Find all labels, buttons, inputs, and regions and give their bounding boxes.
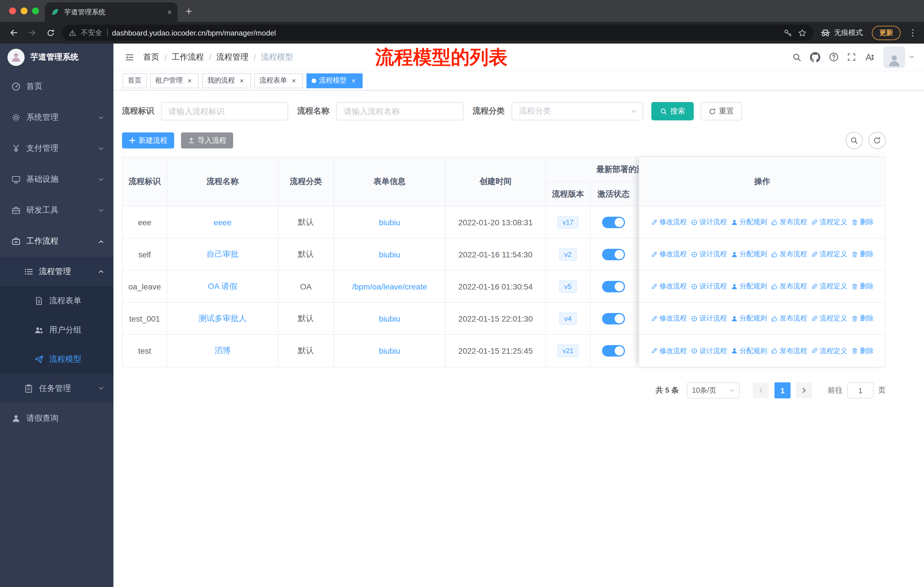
action-edit[interactable]: 修改流程: [651, 314, 687, 323]
form-link[interactable]: biubiu: [379, 314, 401, 323]
action-delete[interactable]: 删除: [851, 281, 874, 291]
help-icon[interactable]: [829, 52, 839, 62]
toggle-search-button[interactable]: [845, 132, 863, 149]
sidebar-item-infrastructure[interactable]: 基础设施: [0, 164, 114, 195]
action-design[interactable]: 设计流程: [691, 281, 727, 291]
tag-close-icon[interactable]: ×: [290, 76, 298, 84]
sidebar-item-home[interactable]: 首页: [0, 71, 114, 102]
forward-button[interactable]: [25, 26, 39, 40]
reload-button[interactable]: [43, 26, 57, 40]
tag-close-icon[interactable]: ×: [350, 76, 358, 84]
window-minimize-button[interactable]: [21, 7, 28, 14]
breadcrumb-item[interactable]: 首页: [143, 52, 159, 62]
user-menu[interactable]: [883, 46, 915, 68]
action-publish[interactable]: 发布流程: [771, 281, 807, 291]
fullscreen-icon[interactable]: [847, 53, 856, 61]
sidebar-item-leave-query[interactable]: 请假查询: [0, 403, 114, 434]
active-toggle[interactable]: [602, 345, 625, 357]
form-link[interactable]: biubiu: [379, 250, 401, 259]
breadcrumb-item[interactable]: 工作流程: [172, 52, 204, 62]
address-bar[interactable]: 不安全 dashboard.yudao.iocoder.cn/bpm/manag…: [62, 25, 813, 41]
sidebar-toggle-icon[interactable]: [122, 50, 136, 64]
refresh-table-button[interactable]: [868, 132, 886, 149]
action-publish[interactable]: 发布流程: [771, 346, 807, 356]
model-name-link[interactable]: eeee: [214, 218, 231, 227]
tag-close-icon[interactable]: ×: [238, 76, 246, 84]
window-zoom-button[interactable]: [32, 7, 39, 14]
new-tab-button[interactable]: +: [186, 5, 192, 18]
action-delete[interactable]: 删除: [851, 250, 874, 259]
active-toggle[interactable]: [602, 313, 625, 324]
action-design[interactable]: 设计流程: [691, 217, 727, 227]
action-definition[interactable]: 流程定义: [811, 346, 847, 356]
create-model-button[interactable]: 新建流程: [122, 132, 174, 149]
form-link[interactable]: biubiu: [379, 218, 401, 227]
sidebar-item-workflow[interactable]: 工作流程: [0, 226, 114, 257]
tag-tenant[interactable]: 租户管理×: [150, 73, 199, 88]
action-assign[interactable]: 分配规则: [731, 217, 767, 227]
action-publish[interactable]: 发布流程: [771, 217, 807, 227]
sidebar-item-user-group[interactable]: 用户分组: [0, 315, 114, 344]
current-page-button[interactable]: 1: [774, 382, 790, 398]
github-icon[interactable]: [810, 52, 820, 62]
model-name-link[interactable]: OA 请假: [208, 281, 238, 291]
sidebar-item-process-form[interactable]: 流程表单: [0, 286, 114, 315]
sidebar-item-task-management[interactable]: 任务管理: [0, 374, 114, 403]
action-definition[interactable]: 流程定义: [811, 281, 847, 291]
action-delete[interactable]: 删除: [851, 217, 874, 227]
next-page-button[interactable]: [796, 382, 812, 398]
sidebar-item-process-model[interactable]: 流程模型: [0, 344, 114, 374]
prev-page-button[interactable]: [753, 382, 769, 398]
tag-home[interactable]: 首页: [122, 73, 147, 88]
tag-process-model[interactable]: 流程模型×: [307, 73, 363, 88]
process-key-input[interactable]: [161, 102, 288, 121]
bookmark-star-icon[interactable]: [798, 28, 807, 37]
model-name-link[interactable]: 滔博: [214, 346, 231, 356]
action-design[interactable]: 设计流程: [691, 314, 727, 323]
action-delete[interactable]: 删除: [851, 346, 874, 356]
browser-menu-icon[interactable]: ⋮: [909, 28, 917, 38]
goto-page-input[interactable]: [847, 382, 874, 398]
search-icon[interactable]: [792, 53, 802, 62]
action-publish[interactable]: 发布流程: [771, 314, 807, 323]
breadcrumb-item[interactable]: 流程管理: [216, 52, 249, 62]
sidebar-item-devtools[interactable]: 研发工具: [0, 195, 114, 226]
action-edit[interactable]: 修改流程: [651, 250, 687, 259]
active-toggle[interactable]: [602, 281, 625, 292]
action-assign[interactable]: 分配规则: [731, 346, 767, 356]
action-delete[interactable]: 删除: [851, 314, 874, 323]
action-definition[interactable]: 流程定义: [811, 314, 847, 323]
form-link[interactable]: biubiu: [379, 346, 401, 356]
sidebar-item-payment[interactable]: 支付管理: [0, 133, 114, 164]
action-assign[interactable]: 分配规则: [731, 281, 767, 291]
action-definition[interactable]: 流程定义: [811, 250, 847, 259]
model-name-link[interactable]: 自己审批: [206, 249, 239, 260]
model-name-link[interactable]: 测试多审批人: [198, 313, 247, 324]
tag-my-process[interactable]: 我的流程×: [202, 73, 251, 88]
action-design[interactable]: 设计流程: [691, 250, 727, 259]
import-model-button[interactable]: 导入流程: [181, 132, 233, 149]
active-toggle[interactable]: [602, 248, 625, 260]
tag-close-icon[interactable]: ×: [186, 76, 194, 84]
search-button[interactable]: 搜索: [651, 102, 694, 121]
form-link[interactable]: /bpm/oa/leave/create: [352, 282, 427, 291]
action-assign[interactable]: 分配规则: [731, 250, 767, 259]
action-edit[interactable]: 修改流程: [651, 281, 687, 291]
tab-close-icon[interactable]: ×: [167, 7, 172, 17]
category-select[interactable]: 流程分类: [512, 102, 643, 121]
page-size-select[interactable]: 10条/页: [687, 382, 739, 398]
action-design[interactable]: 设计流程: [691, 346, 727, 356]
font-size-icon[interactable]: [865, 52, 875, 62]
sidebar-item-process-management[interactable]: 流程管理: [0, 257, 114, 286]
tag-process-form[interactable]: 流程表单×: [254, 73, 303, 88]
action-edit[interactable]: 修改流程: [651, 217, 687, 227]
process-name-input[interactable]: [336, 102, 464, 121]
browser-update-button[interactable]: 更新: [872, 25, 901, 40]
reset-button[interactable]: 重置: [701, 102, 742, 121]
action-definition[interactable]: 流程定义: [811, 217, 847, 227]
action-publish[interactable]: 发布流程: [771, 250, 807, 259]
sidebar-item-system[interactable]: 系统管理: [0, 102, 114, 133]
password-key-icon[interactable]: [784, 28, 792, 37]
browser-tab[interactable]: 芋道管理系统 ×: [45, 2, 178, 22]
back-button[interactable]: [7, 26, 21, 40]
